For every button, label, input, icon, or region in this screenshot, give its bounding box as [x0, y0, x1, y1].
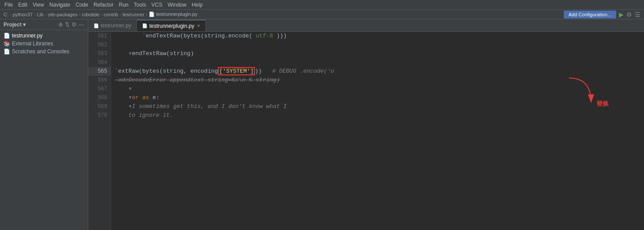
sidebar-item-scratches[interactable]: 📄 Scratches and Consoles: [0, 48, 88, 56]
code-570-comment: to ignore it.: [115, 112, 173, 119]
tab-testrunner[interactable]: 📄 testrunner.py: [88, 20, 137, 31]
code-line-561: `endTextRaw(bytes(string.encode( utf-8 )…: [115, 32, 644, 41]
sidebar-header: Project ▾ ⊕ ⇅ ⚙ —: [0, 19, 88, 30]
code-text-str: utf-8: [252, 33, 273, 39]
breadcrumb: C: › python37 › Lib › site-packages › ro…: [4, 11, 197, 17]
sidebar: Project ▾ ⊕ ⇅ ⚙ — 📄 testrunner.py 📚 Exte…: [0, 19, 88, 230]
editor-area: 📄 testrunner.py 📄 testrunnerplugin.py ✕ …: [88, 19, 644, 230]
code-text: `endTextRaw(bytes(string.encode(: [115, 33, 252, 39]
code-editor[interactable]: 561 562 563 564 565 566 567 568 569 570 …: [88, 32, 644, 230]
sidebar-icons: ⊕ ⇅ ⚙ —: [58, 21, 84, 28]
menu-bar: File Edit View Navigate Code Refactor Ru…: [0, 0, 644, 10]
code-line-563: ▿endTextRaw(string): [115, 49, 644, 58]
breadcrumb-python37[interactable]: python37: [13, 12, 33, 17]
breadcrumb-lib[interactable]: Lib: [37, 12, 44, 17]
code-line-568: ▿or as e:: [115, 93, 644, 102]
line-num-567: 567: [88, 85, 111, 93]
sidebar-item-external-libraries-label: External Libraries: [12, 41, 53, 47]
menu-file[interactable]: File: [2, 1, 15, 9]
line-num-565: 565: [88, 67, 111, 76]
tab-testrunner-label: testrunner.py: [101, 22, 131, 29]
menu-refactor[interactable]: Refactor: [91, 1, 116, 9]
breadcrumb-bar: C: › python37 › Lib › site-packages › ro…: [0, 10, 644, 19]
code-567: ▿: [115, 85, 132, 92]
code-569-comment: I sometimes get this, and I don’t know w…: [132, 103, 287, 110]
menu-navigate[interactable]: Navigate: [47, 1, 73, 9]
code-568-as: as: [142, 94, 149, 101]
code-text-563: ▿endTextRaw(string): [115, 50, 194, 57]
line-num-566: 566: [88, 76, 111, 85]
breadcrumb-site-packages[interactable]: site-packages: [48, 12, 78, 17]
line-num-563: 563: [88, 49, 111, 58]
line-num-564: 564: [88, 58, 111, 67]
code-content[interactable]: `endTextRaw(bytes(string.encode( utf-8 )…: [111, 32, 644, 230]
run-icon[interactable]: ▶: [619, 11, 624, 18]
menu-help[interactable]: Help: [189, 1, 206, 9]
settings-sidebar-icon[interactable]: ⚙: [71, 21, 77, 28]
line-numbers: 561 562 563 564 565 566 567 568 569 570: [88, 32, 111, 230]
breadcrumb-contrib[interactable]: contrib: [104, 12, 118, 17]
sidebar-title: Project ▾: [4, 22, 26, 28]
sidebar-content: 📄 testrunner.py 📚 External Libraries 📄 S…: [0, 30, 88, 230]
add-configuration-button[interactable]: Add Configuration...: [564, 11, 616, 19]
line-num-569: 569: [88, 102, 111, 111]
code-565-prefix: `extRaw(bytes(string, encoding: [115, 68, 218, 74]
menu-tools[interactable]: Tools: [131, 1, 149, 9]
file-icon: 📄: [4, 33, 10, 39]
tab-testrunnerplugin-label: testrunnerplugin.py: [149, 23, 194, 29]
breadcrumb-file[interactable]: 📄 testrunnerplugin.py: [149, 11, 198, 17]
code-line-570: to ignore it.: [115, 111, 644, 120]
menu-window[interactable]: Window: [165, 1, 189, 9]
tab-testrunnerplugin-icon: 📄: [142, 23, 147, 28]
sidebar-item-external-libraries[interactable]: 📚 External Libraries: [0, 40, 88, 48]
scratch-icon: 📄: [4, 48, 10, 55]
menu-run[interactable]: Run: [116, 1, 131, 9]
sidebar-item-scratches-label: Scratches and Consoles: [12, 48, 69, 55]
menu-edit[interactable]: Edit: [15, 1, 30, 9]
sidebar-item-testrunner-label: testrunner.py: [12, 33, 42, 39]
menu-vcs[interactable]: VCS: [149, 1, 165, 9]
code-line-564: [115, 58, 644, 67]
breadcrumb-drive[interactable]: C:: [4, 12, 8, 17]
main-layout: Project ▾ ⊕ ⇅ ⚙ — 📄 testrunner.py 📚 Exte…: [0, 19, 644, 230]
code-line-562: [115, 41, 644, 49]
code-565-suffix: )): [255, 68, 272, 74]
sidebar-item-testrunner[interactable]: 📄 testrunner.py: [0, 32, 88, 40]
settings-icon[interactable]: ☰: [635, 11, 640, 18]
code-568-prefix: ▿: [115, 94, 132, 101]
line-num-568: 568: [88, 93, 111, 102]
system-highlight: ['SYSTEM']: [218, 67, 255, 75]
code-line-565: `extRaw(bytes(string, encoding['SYSTEM']…: [115, 67, 644, 76]
code-568-or: or: [132, 94, 142, 101]
code-566-strikethrough: `odeDecodeError appendtext string=%s\n %…: [115, 77, 280, 83]
line-num-570: 570: [88, 111, 111, 120]
menu-code[interactable]: Code: [73, 1, 91, 9]
code-line-569: ▿I sometimes get this, and I don’t know …: [115, 102, 644, 111]
tab-close-icon[interactable]: ✕: [197, 23, 200, 28]
line-num-562: 562: [88, 41, 111, 49]
gear-icon[interactable]: ⚙: [626, 11, 632, 18]
close-sidebar-icon[interactable]: —: [79, 21, 84, 28]
add-icon[interactable]: ⊕: [58, 21, 63, 28]
code-568-e: e:: [149, 94, 159, 101]
library-icon: 📚: [4, 41, 10, 47]
code-line-567: ▿: [115, 85, 644, 93]
code-565-comment: # DEBUG .encode('u: [272, 68, 334, 74]
breadcrumb-robotide[interactable]: robotide: [82, 12, 100, 17]
tab-strip: 📄 testrunner.py 📄 testrunnerplugin.py ✕: [88, 19, 644, 32]
code-line-566: `odeDecodeError appendtext string=%s\n %…: [115, 76, 644, 85]
breadcrumb-testrunner[interactable]: testrunner: [123, 12, 145, 17]
code-569-prefix: ▿: [115, 103, 132, 110]
menu-view[interactable]: View: [30, 1, 47, 9]
collapse-icon[interactable]: ⇅: [65, 21, 70, 28]
code-text-close: ))): [273, 33, 287, 39]
line-num-561: 561: [88, 32, 111, 41]
tab-testrunnerplugin[interactable]: 📄 testrunnerplugin.py ✕: [137, 20, 206, 31]
tab-testrunner-icon: 📄: [94, 23, 99, 28]
